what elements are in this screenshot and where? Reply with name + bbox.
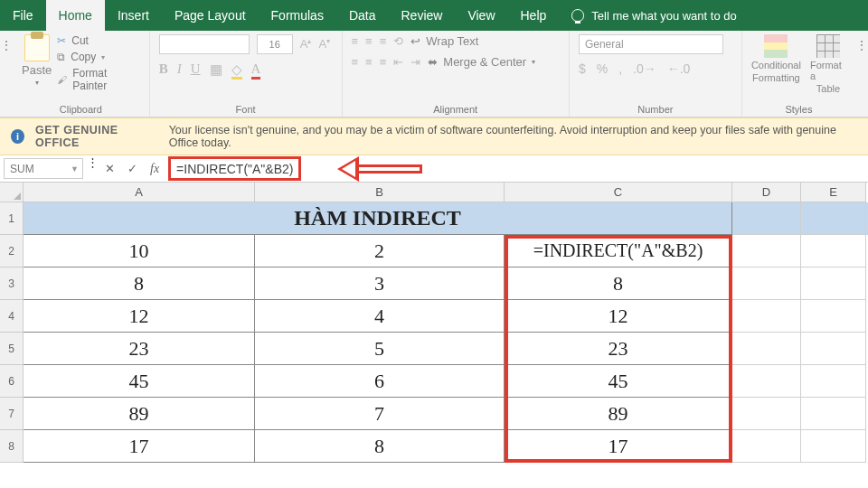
font-size-select[interactable]: 16 [257, 34, 293, 54]
cell-a8[interactable]: 17 [24, 430, 255, 463]
cell-d7[interactable] [732, 398, 801, 430]
align-bottom-button[interactable]: ≡ [380, 34, 387, 48]
cell-c6[interactable]: 45 [505, 365, 732, 398]
ribbon-overflow-left[interactable]: ⋮ [0, 31, 13, 52]
cell-d1[interactable] [732, 202, 801, 235]
bold-button[interactable]: B [159, 61, 168, 78]
col-header-e[interactable]: E [801, 183, 866, 202]
fill-color-button[interactable]: ◇ [231, 61, 242, 78]
cell-e3[interactable] [801, 267, 866, 300]
col-header-a[interactable]: A [24, 183, 255, 202]
enter-formula-button[interactable]: ✓ [127, 162, 137, 175]
cell-c4[interactable]: 12 [505, 300, 732, 333]
row-header-8[interactable]: 8 [0, 430, 24, 463]
merge-center-button[interactable]: ⬌Merge & Center▾ [428, 55, 535, 69]
cut-button[interactable]: Cut [57, 34, 139, 47]
tab-page-layout[interactable]: Page Layout [162, 0, 259, 31]
cell-e5[interactable] [801, 333, 866, 365]
cell-a6[interactable]: 45 [24, 365, 255, 398]
row-header-6[interactable]: 6 [0, 365, 24, 398]
cell-c8[interactable]: 17 [505, 430, 732, 463]
cell-a5[interactable]: 23 [24, 333, 255, 365]
increase-decimal-button[interactable]: .0→ [633, 61, 656, 76]
chevron-down-icon[interactable]: ▼ [71, 164, 79, 174]
decrease-decimal-button[interactable]: ←.0 [667, 61, 691, 76]
underline-button[interactable]: U [191, 61, 201, 78]
name-box[interactable]: SUM ▼ [4, 158, 83, 179]
row-header-5[interactable]: 5 [0, 333, 24, 365]
cell-b6[interactable]: 6 [255, 365, 505, 398]
align-left-button[interactable]: ≡ [352, 55, 359, 69]
cancel-formula-button[interactable]: ✕ [105, 162, 115, 175]
increase-font-icon[interactable]: A▴ [300, 37, 312, 51]
tab-view[interactable]: View [455, 0, 507, 31]
tab-data[interactable]: Data [336, 0, 389, 31]
cell-d5[interactable] [732, 333, 801, 365]
format-painter-button[interactable]: Format Painter [57, 67, 139, 92]
fx-button[interactable]: fx [150, 162, 159, 176]
comma-button[interactable]: , [618, 61, 622, 76]
cell-a2[interactable]: 10 [24, 235, 255, 267]
cell-b8[interactable]: 8 [255, 430, 505, 463]
tab-formulas[interactable]: Formulas [259, 0, 336, 31]
cell-b7[interactable]: 7 [255, 398, 505, 430]
tab-insert[interactable]: Insert [105, 0, 162, 31]
cell-d8[interactable] [732, 430, 801, 463]
italic-button[interactable]: I [177, 61, 182, 78]
align-right-button[interactable]: ≡ [380, 55, 387, 69]
conditional-formatting-button[interactable]: Conditional Formatting [751, 34, 801, 83]
formula-input[interactable]: =INDIRECT("A"&B2) [168, 156, 301, 181]
copy-button[interactable]: Copy▾ [57, 51, 139, 63]
orientation-button[interactable]: ⟲ [393, 34, 403, 48]
ribbon-overflow-right[interactable]: ⋮ [855, 31, 868, 52]
cell-a3[interactable]: 8 [24, 267, 255, 300]
row-header-2[interactable]: 2 [0, 235, 24, 267]
font-family-select[interactable] [159, 34, 250, 54]
borders-button[interactable]: ▦ [210, 61, 222, 78]
cell-b4[interactable]: 4 [255, 300, 505, 333]
cell-c5[interactable]: 23 [505, 333, 732, 365]
cell-b5[interactable]: 5 [255, 333, 505, 365]
cell-a7[interactable]: 89 [24, 398, 255, 430]
cell-b3[interactable]: 3 [255, 267, 505, 300]
cell-c2[interactable]: =INDIRECT("A"&B2) [505, 235, 732, 267]
decrease-indent-button[interactable]: ⇤ [393, 55, 403, 69]
cell-d3[interactable] [732, 267, 801, 300]
row-header-3[interactable]: 3 [0, 267, 24, 300]
cell-c3[interactable]: 8 [505, 267, 732, 300]
number-format-select[interactable]: General [579, 34, 723, 54]
cell-title[interactable]: HÀM INDIRECT [24, 202, 732, 235]
cell-e2[interactable] [801, 235, 866, 267]
cell-d2[interactable] [732, 235, 801, 267]
increase-indent-button[interactable]: ⇥ [410, 55, 420, 69]
select-all-corner[interactable] [0, 183, 24, 202]
cell-d6[interactable] [732, 365, 801, 398]
font-color-button[interactable]: A [251, 61, 261, 78]
tab-home[interactable]: Home [46, 0, 105, 31]
cell-e7[interactable] [801, 398, 866, 430]
accounting-button[interactable]: $ [579, 61, 586, 76]
wrap-text-button[interactable]: ↩Wrap Text [410, 34, 478, 48]
cell-e1[interactable] [801, 202, 866, 235]
align-middle-button[interactable]: ≡ [365, 34, 373, 48]
cell-d4[interactable] [732, 300, 801, 333]
decrease-font-icon[interactable]: A▾ [318, 37, 330, 51]
row-header-1[interactable]: 1 [0, 202, 24, 235]
cell-a4[interactable]: 12 [24, 300, 255, 333]
cell-e8[interactable] [801, 430, 866, 463]
cell-e4[interactable] [801, 300, 866, 333]
col-header-d[interactable]: D [732, 183, 801, 202]
tab-file[interactable]: File [0, 0, 46, 31]
paste-button[interactable]: Paste ▾ [22, 34, 52, 87]
col-header-c[interactable]: C [505, 183, 732, 202]
align-top-button[interactable]: ≡ [352, 34, 359, 48]
format-table-button[interactable]: Format a Table [810, 34, 846, 94]
cell-c7[interactable]: 89 [505, 398, 732, 430]
cell-b2[interactable]: 2 [255, 235, 505, 267]
tab-help[interactable]: Help [508, 0, 560, 31]
tell-me[interactable]: Tell me what you want to do [559, 0, 749, 31]
cell-e6[interactable] [801, 365, 866, 398]
tab-review[interactable]: Review [389, 0, 456, 31]
row-header-4[interactable]: 4 [0, 300, 24, 333]
align-center-button[interactable]: ≡ [365, 55, 373, 69]
